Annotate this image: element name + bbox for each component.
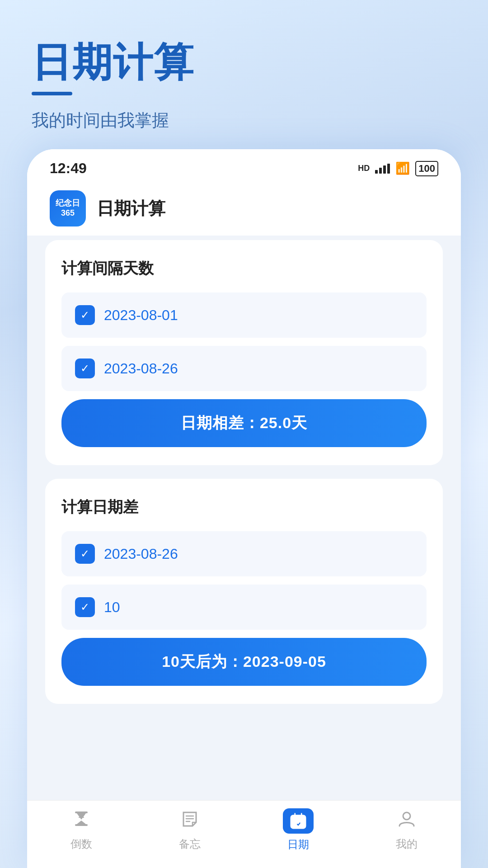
card-interval-days: 计算间隔天数 ✓ 2023-08-01 ✓ 2023-08-26 日期相差：25… [45, 240, 443, 465]
nav-item-countdown[interactable]: 倒数 [27, 809, 136, 851]
nav-label-notes: 备忘 [179, 837, 201, 851]
nav-item-notes[interactable]: 备忘 [136, 809, 244, 851]
card1-date1-value: 2023-08-01 [104, 307, 178, 324]
calendar-icon-1: ✓ [75, 305, 95, 325]
hd-label: HD [358, 164, 370, 173]
date-nav-active-bg [283, 808, 314, 834]
card2-date2-row[interactable]: ✓ 10 [61, 585, 427, 630]
card1-result-text: 日期相差：25.0天 [181, 414, 307, 431]
countdown-icon [71, 809, 91, 833]
card2-date1-row[interactable]: ✓ 2023-08-26 [61, 531, 427, 576]
page-title: 日期计算 [32, 41, 456, 85]
status-icons: HD 📶 100 [358, 161, 438, 176]
app-icon: 纪念日 365 [50, 190, 86, 226]
card2-date1-value: 2023-08-26 [104, 546, 178, 562]
page-header: 日期计算 我的时间由我掌握 [0, 0, 488, 146]
card1-date2-value: 2023-08-26 [104, 360, 178, 377]
nav-item-profile[interactable]: 我的 [352, 809, 461, 851]
calendar-icon-2: ✓ [75, 359, 95, 378]
card1-date1-row[interactable]: ✓ 2023-08-01 [61, 292, 427, 338]
card1-title: 计算间隔天数 [61, 258, 427, 279]
svg-rect-1 [75, 824, 88, 826]
nav-label-countdown: 倒数 [70, 837, 92, 851]
app-header-title: 日期计算 [97, 197, 165, 220]
card2-result-button[interactable]: 10天后为：2023-09-05 [61, 638, 427, 686]
title-underline [32, 92, 72, 95]
app-header: 纪念日 365 日期计算 [27, 181, 461, 236]
card2-title: 计算日期差 [61, 497, 427, 518]
card2-days-value: 10 [104, 599, 120, 616]
card1-date2-row[interactable]: ✓ 2023-08-26 [61, 346, 427, 391]
card1-result-button[interactable]: 日期相差：25.0天 [61, 399, 427, 447]
nav-label-date: 日期 [287, 837, 309, 852]
notes-icon [180, 809, 200, 833]
status-bar: 12:49 HD 📶 100 [27, 149, 461, 181]
card2-result-text: 10天后为：2023-09-05 [162, 653, 326, 670]
card-date-diff: 计算日期差 ✓ 2023-08-26 ✓ 10 10天后为：2023-09-05 [45, 479, 443, 704]
profile-icon [397, 809, 417, 833]
phone-frame: 12:49 HD 📶 100 纪念日 365 日期计算 [27, 149, 461, 868]
page-subtitle: 我的时间由我掌握 [32, 109, 456, 132]
battery-indicator: 100 [415, 161, 438, 176]
svg-point-14 [403, 812, 410, 820]
main-content: 计算间隔天数 ✓ 2023-08-01 ✓ 2023-08-26 日期相差：25… [27, 236, 461, 800]
nav-label-profile: 我的 [396, 837, 418, 851]
bottom-nav: 倒数 备忘 [27, 800, 461, 868]
nav-item-date[interactable]: 日期 [244, 808, 352, 852]
status-time: 12:49 [50, 160, 87, 177]
calendar-icon-4: ✓ [75, 597, 95, 617]
signal-icon [375, 164, 390, 174]
svg-rect-2 [79, 817, 84, 818]
wifi-icon: 📶 [395, 161, 410, 175]
svg-rect-0 [75, 811, 88, 813]
calendar-icon-3: ✓ [75, 544, 95, 564]
